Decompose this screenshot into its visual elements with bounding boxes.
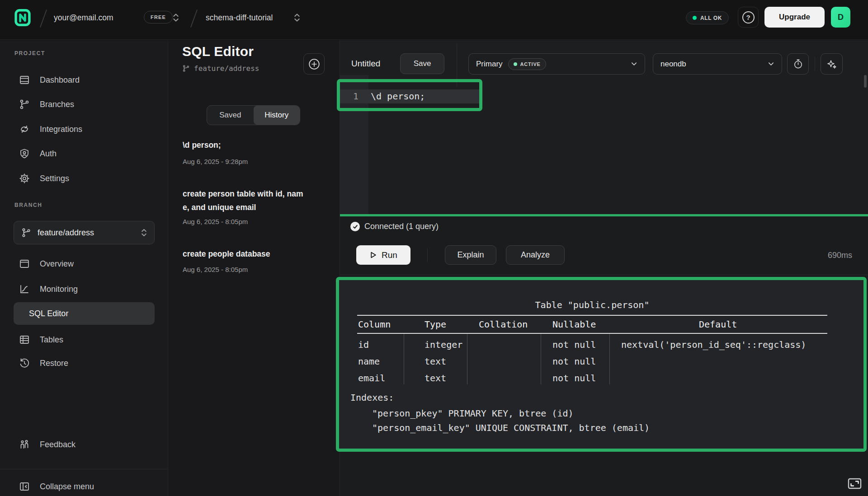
column-header: Type — [425, 319, 446, 330]
index-entry: "person_email_key" UNIQUE CONSTRAINT, bt… — [372, 422, 650, 433]
top-header: your@email.com FREE schema-diff-tutorial… — [0, 0, 868, 40]
indexes-label: Indexes: — [350, 392, 394, 403]
chevron-up-down-icon — [141, 228, 147, 237]
column-separator — [541, 334, 541, 384]
compute-selector[interactable]: Primary ACTIVE — [468, 53, 645, 75]
table-cell: text — [425, 356, 446, 367]
sidebar-item-monitoring[interactable]: Monitoring — [0, 279, 168, 299]
table-rule — [357, 315, 827, 316]
help-button[interactable]: ? — [738, 7, 759, 28]
dashboard-icon — [19, 75, 30, 85]
sidebar-divider — [0, 469, 168, 469]
column-separator — [609, 334, 610, 384]
tab-saved[interactable]: Saved — [207, 106, 254, 125]
column-header: Nullable — [552, 319, 596, 330]
table-cell: not null — [552, 373, 596, 384]
table-cell: name — [358, 356, 380, 367]
column-separator — [467, 334, 467, 384]
chevron-down-icon — [631, 61, 637, 67]
table-cell: email — [358, 373, 385, 384]
column-header: Default — [699, 319, 737, 330]
column-header: Column — [358, 319, 391, 330]
history-item-title[interactable]: \d person; — [183, 138, 307, 152]
fullscreen-icon — [848, 478, 862, 489]
table-cell: integer — [425, 339, 462, 350]
table-cell: not null — [552, 356, 596, 367]
sql-editor-panel: SQL Editor feature/address Saved History… — [168, 40, 340, 496]
query-tab-title[interactable]: Untitled — [351, 59, 380, 69]
analyze-button[interactable]: Analyze — [506, 245, 565, 265]
chevron-down-icon — [768, 61, 774, 67]
page-title: SQL Editor — [182, 44, 254, 59]
plan-badge: FREE — [144, 11, 173, 23]
upgrade-button[interactable]: Upgrade — [764, 7, 825, 28]
feedback-people-icon — [19, 439, 30, 450]
check-circle-icon — [350, 222, 360, 231]
query-timing-button[interactable] — [787, 53, 809, 75]
history-item-title[interactable]: create person table with id, name, and u… — [183, 187, 307, 214]
history-item-date: Aug 6, 2025 - 9:28pm — [183, 158, 248, 165]
sidebar-item-restore[interactable]: Restore — [0, 353, 168, 374]
git-branch-icon — [182, 65, 190, 72]
account-email[interactable]: your@email.com — [54, 13, 113, 23]
ai-assist-button[interactable] — [821, 53, 843, 75]
neon-console: your@email.com FREE schema-diff-tutorial… — [0, 0, 868, 496]
panel-branch: feature/address — [182, 64, 259, 73]
toolbar-divider — [815, 57, 815, 71]
project-switcher-icon[interactable] — [294, 13, 300, 23]
sidebar-item-tables[interactable]: Tables — [0, 329, 168, 350]
table-rule — [357, 333, 827, 334]
branch-selector[interactable]: feature/address — [14, 221, 155, 244]
sidebar-item-overview[interactable]: Overview — [0, 253, 168, 274]
expand-results-button[interactable] — [848, 478, 862, 489]
connection-status: Connected (1 query) — [350, 222, 439, 231]
sidebar-item-branches[interactable]: Branches — [0, 94, 168, 115]
database-selector[interactable]: neondb — [653, 53, 782, 75]
index-entry: "person_pkey" PRIMARY KEY, btree (id) — [372, 408, 574, 419]
sidebar-item-sql-editor[interactable]: SQL Editor — [14, 302, 155, 325]
query-duration: 690ms — [828, 251, 852, 260]
results-highlight-box: Table "public.person" Column Type Collat… — [336, 277, 867, 452]
history-item-title[interactable]: create people database — [183, 247, 307, 261]
account-switcher-icon[interactable] — [173, 13, 179, 23]
neon-logo[interactable] — [13, 7, 33, 28]
status-badge[interactable]: ALL OK — [686, 11, 729, 24]
tab-history[interactable]: History — [254, 106, 300, 125]
sidebar-item-settings[interactable]: Settings — [0, 168, 168, 189]
restore-clock-icon — [19, 358, 30, 369]
project-section-label: PROJECT — [14, 50, 45, 56]
sidebar-item-integrations[interactable]: Integrations — [0, 119, 168, 140]
table-cell: not null — [552, 339, 596, 350]
scrollbar-thumb[interactable] — [864, 75, 867, 88]
user-avatar[interactable]: D — [831, 7, 850, 28]
sidebar-item-feedback[interactable]: Feedback — [0, 434, 168, 455]
question-icon: ? — [742, 11, 755, 23]
explain-button[interactable]: Explain — [445, 245, 496, 265]
stopwatch-icon — [793, 59, 803, 69]
branch-section-label: BRANCH — [14, 202, 42, 208]
sidebar: PROJECT Dashboard Branches Integrations … — [0, 40, 168, 496]
code-highlight-box — [337, 79, 482, 111]
run-button[interactable]: Run — [356, 245, 410, 265]
save-button[interactable]: Save — [400, 53, 444, 74]
breadcrumb-slash — [190, 9, 198, 28]
sidebar-item-auth[interactable]: Auth — [0, 143, 168, 164]
plus-circle-icon — [308, 58, 320, 70]
gear-icon — [19, 173, 30, 184]
overview-icon — [19, 258, 30, 269]
new-query-button[interactable] — [303, 53, 325, 75]
git-branch-icon — [21, 228, 31, 238]
collapse-menu-button[interactable]: Collapse menu — [0, 476, 168, 496]
project-name[interactable]: schema-diff-tutorial — [206, 13, 273, 23]
sidebar-item-dashboard[interactable]: Dashboard — [0, 70, 168, 90]
results-divider — [340, 275, 868, 275]
play-icon — [369, 251, 377, 259]
history-item-date: Aug 6, 2025 - 8:05pm — [183, 218, 248, 225]
sparkles-icon — [826, 59, 837, 70]
table-cell: text — [425, 373, 446, 384]
compute-status-badge: ACTIVE — [508, 58, 546, 70]
table-cell: id — [358, 339, 369, 350]
saved-history-tabs: Saved History — [207, 105, 300, 125]
panel-splitter[interactable] — [340, 214, 868, 216]
table-cell: nextval('person_id_seq'::regclass) — [621, 339, 806, 350]
